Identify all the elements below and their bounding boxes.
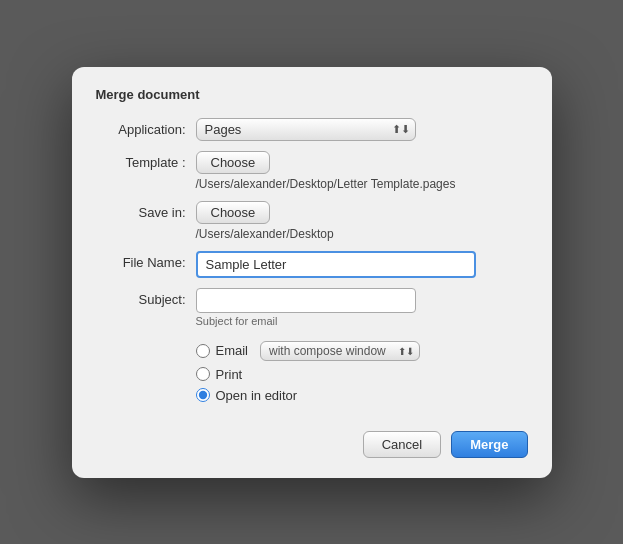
email-radio-row: Email with compose window without compos… <box>196 341 528 361</box>
template-row: Template : Choose /Users/alexander/Deskt… <box>96 151 528 191</box>
application-select-wrapper: Pages Numbers Keynote ⬆⬇ <box>196 118 416 141</box>
radio-group-spacer <box>96 337 196 341</box>
merge-document-dialog: Merge document Application: Pages Number… <box>72 67 552 478</box>
application-select[interactable]: Pages Numbers Keynote <box>196 118 416 141</box>
email-option-select[interactable]: with compose window without compose wind… <box>260 341 420 361</box>
subject-label: Subject: <box>96 288 196 307</box>
template-control: Choose /Users/alexander/Desktop/Letter T… <box>196 151 528 191</box>
filename-control <box>196 251 528 278</box>
savein-label: Save in: <box>96 201 196 220</box>
form-rows: Application: Pages Numbers Keynote ⬆⬇ Te… <box>96 118 528 413</box>
merge-button[interactable]: Merge <box>451 431 527 458</box>
application-control: Pages Numbers Keynote ⬆⬇ <box>196 118 528 141</box>
filename-input[interactable] <box>196 251 476 278</box>
subject-input[interactable] <box>196 288 416 313</box>
email-radio[interactable] <box>196 344 210 358</box>
dialog-footer: Cancel Merge <box>96 431 528 458</box>
subject-hint: Subject for email <box>196 315 528 327</box>
savein-row: Save in: Choose /Users/alexander/Desktop <box>96 201 528 241</box>
openineditor-radio[interactable] <box>196 388 210 402</box>
radio-group-control: Email with compose window without compos… <box>196 337 528 403</box>
print-radio-label[interactable]: Print <box>216 367 243 382</box>
email-option-select-wrapper: with compose window without compose wind… <box>260 341 420 361</box>
radio-group-row: Email with compose window without compos… <box>96 337 528 403</box>
subject-row: Subject: Subject for email <box>96 288 528 327</box>
application-label: Application: <box>96 118 196 137</box>
template-choose-button[interactable]: Choose <box>196 151 271 174</box>
savein-choose-button[interactable]: Choose <box>196 201 271 224</box>
subject-control: Subject for email <box>196 288 528 327</box>
print-radio[interactable] <box>196 367 210 381</box>
radio-group: Email with compose window without compos… <box>196 341 528 403</box>
filename-row: File Name: <box>96 251 528 278</box>
template-path: /Users/alexander/Desktop/Letter Template… <box>196 177 528 191</box>
template-label: Template : <box>96 151 196 170</box>
openineditor-radio-row: Open in editor <box>196 388 528 403</box>
openineditor-radio-label[interactable]: Open in editor <box>216 388 298 403</box>
savein-control: Choose /Users/alexander/Desktop <box>196 201 528 241</box>
print-radio-row: Print <box>196 367 528 382</box>
savein-path: /Users/alexander/Desktop <box>196 227 528 241</box>
dialog-title: Merge document <box>96 87 528 102</box>
filename-label: File Name: <box>96 251 196 270</box>
cancel-button[interactable]: Cancel <box>363 431 441 458</box>
application-row: Application: Pages Numbers Keynote ⬆⬇ <box>96 118 528 141</box>
email-radio-label[interactable]: Email <box>216 343 249 358</box>
